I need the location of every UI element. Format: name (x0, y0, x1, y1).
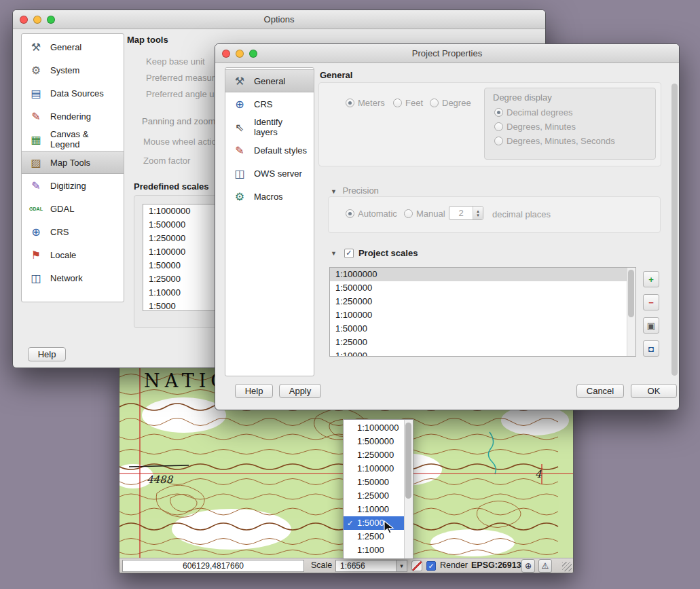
gdal-logo-icon: GDAL (27, 200, 45, 217)
general-section-title: General (320, 70, 352, 80)
feet-radio[interactable]: Feet (393, 98, 423, 108)
minimize-button[interactable] (33, 16, 41, 24)
list-item[interactable]: 1:1000000 (330, 268, 635, 281)
sidebar-item-label: General (254, 76, 285, 86)
scale-option[interactable]: 1:1000 (344, 543, 404, 557)
scale-option-selected[interactable]: ✓ 1:5000 (344, 516, 404, 530)
spin-down-icon[interactable]: ▾ (477, 213, 479, 217)
options-sidebar-item-digitizing[interactable]: ✎ Digitizing (22, 174, 124, 197)
manual-radio[interactable]: Manual (404, 209, 445, 219)
options-sidebar-item-system[interactable]: ⚙ System (22, 58, 124, 82)
scale-option[interactable]: 1:250000 (344, 448, 404, 462)
scale-option[interactable]: 1:25000 (344, 489, 404, 503)
spinbox-stepper[interactable]: ▴▾ (473, 207, 483, 219)
list-item[interactable]: 1:50000 (330, 322, 635, 336)
degree-display-title: Degree display (485, 88, 655, 103)
sidebar-item-label: Map Tools (50, 158, 90, 168)
messages-warning-button[interactable]: ⚠ (538, 559, 552, 573)
cancel-button[interactable]: Cancel (576, 384, 624, 398)
apply-button[interactable]: Apply (279, 384, 321, 398)
warning-icon: ⚠ (542, 561, 549, 571)
scale-option[interactable]: 1:50000 (344, 476, 404, 489)
project-scales-checkbox[interactable]: ✓ (344, 249, 354, 258)
remove-scale-button[interactable]: − (643, 294, 659, 310)
gears-icon: ⚙ (27, 62, 45, 78)
options-titlebar[interactable]: Options (13, 10, 545, 29)
list-scrollbar-thumb[interactable] (628, 270, 634, 317)
scale-option[interactable]: 1:2500 (344, 530, 404, 543)
scale-combobox[interactable]: 1:6656 ▾ (335, 560, 407, 572)
degrees-minutes-radio[interactable]: Degrees, Minutes (494, 122, 576, 132)
disclosure-triangle-icon[interactable]: ▼ (331, 250, 337, 257)
decimal-degrees-radio[interactable]: Decimal degrees (494, 107, 573, 118)
popup-scrollbar-thumb[interactable] (405, 423, 411, 499)
list-item[interactable]: 1:25000 (330, 336, 635, 349)
meters-radio[interactable]: Meters (346, 98, 385, 108)
coordinate-input[interactable] (122, 560, 304, 572)
list-item[interactable]: 1:250000 (330, 295, 635, 308)
list-item[interactable]: 1:500000 (330, 281, 635, 295)
crs-globe-button[interactable]: ⊕ (521, 559, 535, 573)
zoom-button[interactable] (249, 50, 257, 58)
pp-sidebar-item-general[interactable]: ⚒ General (225, 69, 314, 92)
precision-section-header[interactable]: ▼ Precision (331, 184, 379, 196)
identify-cursor-icon: ⇖ (231, 119, 248, 135)
project-properties-titlebar[interactable]: Project Properties (215, 44, 679, 63)
pp-sidebar-item-default-styles[interactable]: ✎ Default styles (225, 139, 314, 162)
locale-flag-icon: ⚑ (27, 247, 45, 263)
render-checkbox[interactable]: ✓ (426, 561, 436, 571)
options-sidebar-item-general[interactable]: ⚒ General (22, 35, 124, 58)
scale-option[interactable]: 1:1000000 (344, 421, 404, 435)
close-button[interactable] (222, 50, 230, 58)
project-properties-sidebar: ⚒ General ⊕ CRS ⇖ Identify layers ✎ Defa… (225, 67, 314, 376)
save-scales-button[interactable]: ◘ (643, 340, 659, 357)
map-tools-icon: ▨ (27, 154, 45, 171)
minimize-button[interactable] (236, 50, 244, 58)
radio-icon (393, 99, 402, 107)
degrees-minutes-seconds-radio[interactable]: Degrees, Minutes, Seconds (494, 136, 615, 146)
pp-sidebar-item-macros[interactable]: ⚙ Macros (225, 185, 314, 208)
scale-option[interactable]: 1:10000 (344, 503, 404, 516)
help-button[interactable]: Help (235, 384, 273, 398)
combo-arrow-icon[interactable]: ▾ (396, 560, 407, 571)
table-icon: ▤ (27, 85, 45, 101)
zoom-button[interactable] (47, 16, 55, 24)
options-sidebar-item-crs[interactable]: ⊕ CRS (22, 220, 124, 243)
import-scales-button[interactable]: ▣ (643, 317, 659, 334)
list-item[interactable]: 1:100000 (330, 308, 635, 322)
dialog-scrollbar-thumb[interactable] (671, 84, 678, 376)
radio-label: Degrees, Minutes (506, 122, 576, 132)
pp-sidebar-item-crs[interactable]: ⊕ CRS (225, 92, 314, 115)
radio-label: Automatic (358, 209, 397, 219)
radio-icon (404, 209, 413, 218)
close-button[interactable] (20, 16, 28, 24)
add-scale-button[interactable]: + (643, 271, 659, 287)
options-sidebar-item-locale[interactable]: ⚑ Locale (22, 243, 124, 266)
options-sidebar-item-gdal[interactable]: GDAL GDAL (22, 197, 124, 220)
ok-button[interactable]: OK (631, 384, 677, 398)
automatic-radio[interactable]: Automatic (346, 209, 397, 219)
list-item[interactable]: 1:10000 (330, 349, 635, 357)
pp-sidebar-item-ows-server[interactable]: ◫ OWS server (225, 162, 314, 185)
options-sidebar-item-canvas-legend[interactable]: ▦ Canvas & Legend (22, 128, 124, 151)
sidebar-item-label: CRS (254, 99, 272, 109)
sidebar-item-label: Rendering (50, 111, 91, 122)
options-sidebar-item-network[interactable]: ◫ Network (22, 266, 124, 289)
scale-option[interactable]: 1:500000 (344, 435, 404, 448)
options-sidebar-item-rendering[interactable]: ✎ Rendering (22, 105, 124, 128)
project-properties-window-title: Project Properties (412, 48, 482, 58)
pp-sidebar-item-identify-layers[interactable]: ⇖ Identify layers (225, 115, 314, 139)
disclosure-triangle-icon[interactable]: ▼ (331, 188, 337, 195)
degree-radio[interactable]: Degree (430, 98, 471, 108)
scale-option[interactable]: 1:100000 (344, 462, 404, 476)
help-button[interactable]: Help (28, 347, 66, 361)
options-sidebar-item-map-tools[interactable]: ▨ Map Tools (22, 151, 124, 174)
keep-base-unit-label: Keep base unit (146, 56, 205, 67)
decimal-places-spinbox[interactable]: 2 ▴▾ (449, 206, 483, 220)
resize-grip[interactable] (562, 562, 572, 571)
check-icon: ✓ (346, 249, 352, 257)
paintbrush-icon: ✎ (27, 108, 45, 124)
project-scales-section-header[interactable]: ▼ ✓ Project scales (331, 248, 418, 258)
options-sidebar-item-data-sources[interactable]: ▤ Data Sources (22, 82, 124, 105)
stop-render-icon[interactable] (411, 560, 422, 571)
